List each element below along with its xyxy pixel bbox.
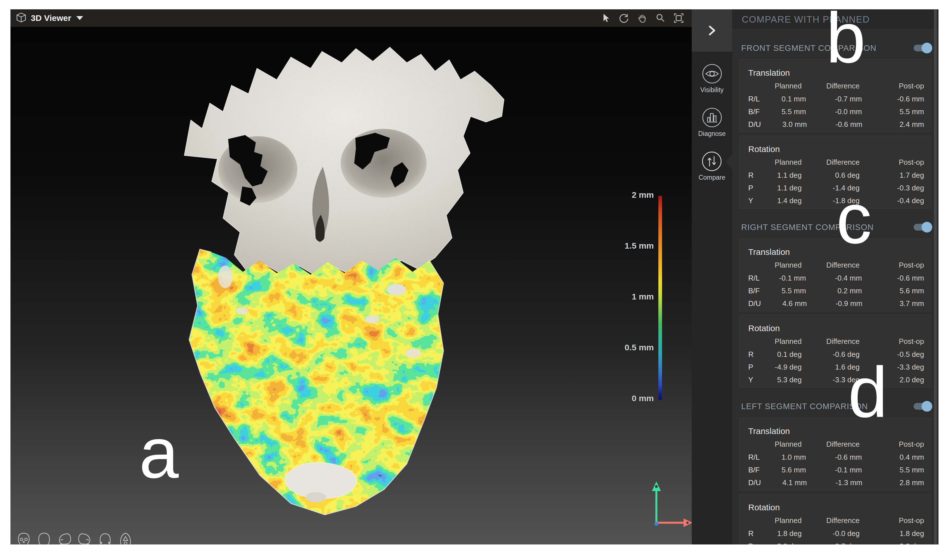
table-header-row: Planned Difference Post-op: [748, 261, 925, 269]
column-header-planned: Planned: [754, 337, 802, 346]
row-label: P: [748, 363, 754, 372]
column-header-planned: Planned: [754, 261, 802, 269]
row-label: Y: [748, 196, 754, 205]
front-view-icon[interactable]: [15, 532, 32, 545]
distance-colorbar: [658, 196, 662, 400]
planned-value: 5.5 mm: [760, 286, 806, 295]
colorbar-tick-label: 1.5 mm: [603, 241, 654, 251]
compare-arrows-icon: [700, 150, 723, 172]
zoom-magnifier-icon[interactable]: [655, 13, 666, 23]
postop-value: 1.7 deg: [860, 171, 925, 180]
planned-value: -0.1 mm: [760, 274, 806, 283]
card-title: Rotation: [748, 503, 925, 512]
sidebar-item-diagnose[interactable]: Diagnose: [698, 106, 726, 138]
tool-sidebar: Visibility Diagnose Compare: [692, 9, 732, 545]
planned-value: 5.5 mm: [760, 108, 806, 116]
chart-icon: [701, 106, 723, 129]
sidebar-item-label: Diagnose: [698, 130, 726, 138]
planned-value: 0.1 deg: [754, 350, 802, 359]
select-cursor-icon[interactable]: [600, 13, 611, 23]
table-header-row: Planned Difference Post-op: [748, 440, 925, 449]
table-header-row: Planned Difference Post-op: [748, 516, 925, 525]
active-tab-notch: [725, 154, 732, 170]
difference-value: -1.3 mm: [807, 478, 862, 487]
column-header-postop: Post-op: [860, 158, 925, 167]
postop-value: -0.6 mm: [862, 274, 925, 283]
pan-hand-icon[interactable]: [637, 13, 647, 23]
table-row: R/L 1.0 mm -0.6 mm 0.4 mm: [748, 451, 925, 464]
annotation-letter-d: d: [848, 357, 888, 428]
segment-visibility-toggle[interactable]: [914, 224, 931, 231]
table-row: B/F 5.5 mm -0.0 mm 5.5 mm: [748, 105, 925, 118]
row-label: R: [748, 529, 754, 538]
difference-value: -0.4 mm: [806, 274, 862, 283]
column-header-postop: Post-op: [860, 261, 925, 269]
panel-collapse-button[interactable]: [692, 9, 732, 52]
skull-model: [157, 34, 513, 540]
table-row: D/U 4.6 mm -0.9 mm 3.7 mm: [748, 297, 925, 310]
table-row: P -4.9 deg 1.6 deg -3.3 deg: [748, 361, 925, 374]
planned-value: 1.4 deg: [754, 196, 802, 205]
right-profile-view-icon[interactable]: [56, 532, 72, 545]
column-header-difference: Difference: [802, 261, 860, 269]
planned-value: 4.1 mm: [761, 478, 807, 487]
toggle-knob: [922, 222, 932, 232]
planned-value: 1.1 deg: [754, 184, 802, 192]
column-header-postop: Post-op: [860, 440, 925, 449]
column-header-difference: Difference: [802, 337, 860, 346]
viewer-mode-dropdown[interactable]: 3D Viewer: [15, 12, 83, 24]
sidebar-item-compare[interactable]: Compare: [698, 150, 725, 182]
postop-value: -0.6 mm: [862, 95, 925, 103]
difference-value: -0.0 mm: [806, 108, 862, 116]
column-header-planned: Planned: [754, 516, 802, 525]
planned-value: 1.0 mm: [760, 453, 806, 462]
render-canvas[interactable]: 2 mm1.5 mm1 mm0.5 mm0 mm: [11, 27, 692, 545]
row-label: D/U: [748, 299, 761, 308]
table-row: R 1.8 deg -0.0 deg 1.8 deg: [748, 527, 925, 540]
postop-value: 3.7 mm: [862, 299, 925, 308]
comparison-card: Rotation Planned Difference Post-op R 1.…: [740, 494, 931, 545]
difference-value: -0.6 mm: [806, 453, 862, 462]
sidebar-item-label: Compare: [698, 174, 725, 182]
figure-stage: 3D Viewer: [0, 0, 945, 560]
row-label: R/L: [748, 274, 760, 283]
viewer-toolbar: [600, 12, 684, 24]
table-row: P 3.9 deg -0.7 deg 3.3 deg: [748, 540, 925, 545]
viewer-window: 3D Viewer: [11, 9, 692, 545]
rotate-view-icon[interactable]: [618, 12, 629, 24]
column-header-difference: Difference: [802, 158, 860, 167]
row-label: Y: [748, 375, 754, 384]
table-row: B/F 5.5 mm 0.2 mm 5.6 mm: [748, 285, 925, 297]
column-header-difference: Difference: [802, 440, 860, 449]
colorbar-tick-label: 0 mm: [603, 394, 654, 403]
table-header-row: Planned Difference Post-op: [748, 337, 925, 346]
row-label: D/U: [748, 120, 761, 129]
panel-scrollbar[interactable]: [934, 9, 937, 545]
comparison-card: Rotation Planned Difference Post-op R 0.…: [740, 315, 931, 388]
planned-value: 5.3 deg: [754, 375, 802, 384]
card-title: Rotation: [748, 323, 925, 333]
card-title: Translation: [748, 426, 925, 436]
comparison-segment: LEFT SEGMENT COMPARISON Translation Plan…: [732, 399, 939, 545]
postop-value: 1.8 deg: [860, 529, 925, 538]
inferior-view-icon[interactable]: [97, 532, 113, 545]
sidebar-item-visibility[interactable]: Visibility: [700, 62, 724, 94]
planned-value: 1.1 deg: [754, 171, 802, 180]
difference-value: -0.6 mm: [807, 120, 862, 129]
segment-visibility-toggle[interactable]: [914, 403, 931, 410]
postop-value: 2.8 mm: [862, 478, 925, 487]
planned-value: 3.0 mm: [761, 120, 807, 129]
row-label: R: [748, 350, 754, 359]
colorbar-tick-label: 1 mm: [603, 292, 654, 302]
postop-value: 5.6 mm: [862, 286, 925, 295]
left-profile-view-icon[interactable]: [77, 532, 93, 545]
segment-visibility-toggle[interactable]: [914, 45, 931, 51]
row-label: B/F: [748, 466, 760, 474]
superior-view-icon[interactable]: [117, 532, 134, 545]
row-label: B/F: [748, 286, 760, 295]
annotation-letter-a: a: [139, 418, 179, 489]
viewer-title: 3D Viewer: [31, 13, 71, 23]
compare-panel: COMPARE WITH PLANNED FRONT SEGMENT COMPA…: [732, 9, 939, 545]
fit-view-icon[interactable]: [673, 12, 684, 24]
back-view-icon[interactable]: [36, 532, 52, 545]
